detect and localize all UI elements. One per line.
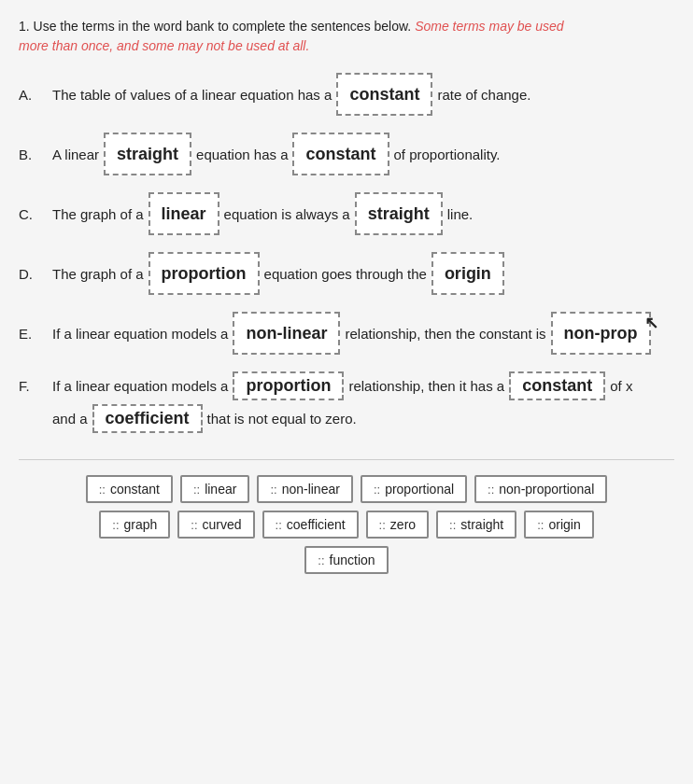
dots-icon: ::	[112, 518, 119, 532]
bank-straight-label: straight	[460, 517, 503, 532]
dots-icon: ::	[193, 483, 200, 497]
text-b: A linear straight equation has a constan…	[52, 133, 674, 175]
instruction-main: 1. Use the terms in the word bank to com…	[19, 19, 411, 34]
bank-linear-label: linear	[205, 482, 236, 497]
c-part2: equation is always a	[224, 201, 350, 229]
bank-non-proportional-label: non-proportional	[499, 482, 594, 497]
bank-origin-label: origin	[548, 517, 580, 532]
bank-non-linear-label: non-linear	[282, 482, 340, 497]
bank-constant[interactable]: :: constant	[86, 475, 173, 503]
f-answer2: constant	[509, 371, 605, 400]
word-bank-row1: :: constant :: linear :: non-linear :: p…	[19, 475, 674, 503]
dots-icon: ::	[191, 518, 197, 532]
bank-coefficient-label: coefficient	[287, 517, 346, 532]
text-f: If a linear equation models a proportion…	[52, 371, 674, 400]
dots-icon: ::	[276, 518, 282, 532]
e-answer2: non-prop ↖	[551, 312, 651, 355]
bank-proportional-label: proportional	[385, 482, 454, 497]
f-answer1: proportion	[233, 371, 344, 400]
word-bank-row3: :: function	[19, 546, 674, 574]
and-part2: that is not equal to zero.	[207, 411, 357, 427]
label-f: F.	[19, 378, 52, 394]
bank-function-label: function	[330, 553, 375, 567]
bank-non-proportional[interactable]: :: non-proportional	[474, 475, 607, 503]
c-part3: line.	[447, 201, 474, 229]
bank-straight[interactable]: :: straight	[436, 511, 516, 539]
sentence-a: A. The table of values of a linear equat…	[19, 73, 674, 116]
d-part1: The graph of a	[52, 260, 144, 288]
dots-icon: ::	[488, 483, 494, 497]
b-answer1: straight	[104, 133, 191, 175]
label-d: D.	[19, 260, 52, 288]
dots-icon: ::	[270, 483, 276, 497]
instruction-italic: Some terms may be used	[415, 19, 564, 34]
f-part1: If a linear equation models a	[52, 378, 228, 394]
word-bank: :: constant :: linear :: non-linear :: p…	[19, 459, 674, 574]
label-a: A.	[19, 81, 52, 109]
and-answer1: coefficient	[92, 404, 203, 433]
bank-constant-label: constant	[110, 482, 160, 497]
e-part1: If a linear equation models a	[52, 320, 228, 348]
dots-icon: ::	[537, 518, 544, 532]
text-e: If a linear equation models a non-linear…	[52, 312, 674, 355]
dots-icon: ::	[318, 553, 324, 567]
sentence-c: C. The graph of a linear equation is alw…	[19, 192, 674, 235]
a-answer1: constant	[336, 73, 432, 116]
sentence-e: E. If a linear equation models a non-lin…	[19, 312, 674, 355]
f-part3: of x	[610, 378, 632, 394]
sentence-d: D. The graph of a proportion equation go…	[19, 252, 674, 295]
instructions: 1. Use the terms in the word bank to com…	[19, 17, 674, 56]
c-answer2: straight	[355, 192, 443, 235]
label-b: B.	[19, 141, 52, 169]
text-a: The table of values of a linear equation…	[52, 73, 674, 116]
f-part2: relationship, then it has a	[348, 378, 504, 394]
bank-function[interactable]: :: function	[304, 546, 388, 574]
text-and: and a coefficient that is not equal to z…	[52, 404, 674, 433]
bank-linear[interactable]: :: linear	[180, 475, 249, 503]
text-c: The graph of a linear equation is always…	[52, 192, 674, 235]
c-part1: The graph of a	[52, 201, 144, 229]
dots-icon: ::	[379, 518, 386, 532]
a-part1: The table of values of a linear equation…	[52, 81, 332, 109]
b-part3: of proportionality.	[394, 141, 501, 169]
a-part2: rate of change.	[437, 81, 530, 109]
page: 1. Use the terms in the word bank to com…	[0, 0, 693, 784]
dots-icon: ::	[99, 483, 106, 497]
label-e: E.	[19, 320, 52, 348]
dots-icon: ::	[374, 483, 380, 497]
sentence-f: F. If a linear equation models a proport…	[19, 371, 674, 400]
b-part2: equation has a	[196, 141, 288, 169]
sentence-b: B. A linear straight equation has a cons…	[19, 133, 674, 175]
label-c: C.	[19, 201, 52, 229]
d-answer2: origin	[431, 252, 504, 295]
bank-proportional[interactable]: :: proportional	[361, 475, 467, 503]
bank-graph[interactable]: :: graph	[99, 511, 170, 539]
dots-icon: ::	[449, 518, 456, 532]
c-answer1: linear	[148, 192, 219, 235]
cursor-icon: ↖	[644, 306, 658, 340]
b-answer2: constant	[292, 133, 389, 175]
d-part2: equation goes through the	[264, 260, 427, 288]
and-part1: and a	[52, 411, 88, 427]
bank-coefficient[interactable]: :: coefficient	[262, 511, 359, 539]
bank-origin[interactable]: :: origin	[524, 511, 593, 539]
bank-zero-label: zero	[390, 517, 416, 532]
d-answer1: proportion	[148, 252, 260, 295]
e-answer1: non-linear	[233, 312, 340, 355]
text-d: The graph of a proportion equation goes …	[52, 252, 674, 295]
bank-curved-label: curved	[203, 517, 242, 532]
instruction-sub: more than once, and some may not be used…	[19, 38, 309, 53]
e-part2: relationship, then the constant is	[345, 320, 545, 348]
bank-non-linear[interactable]: :: non-linear	[257, 475, 353, 503]
bank-graph-label: graph	[124, 517, 158, 532]
sentence-and: and a coefficient that is not equal to z…	[19, 404, 674, 433]
word-bank-row2: :: graph :: curved :: coefficient :: zer…	[19, 511, 674, 539]
bank-zero[interactable]: :: zero	[366, 511, 429, 539]
bank-curved[interactable]: :: curved	[177, 511, 254, 539]
b-part1: A linear	[52, 141, 99, 169]
